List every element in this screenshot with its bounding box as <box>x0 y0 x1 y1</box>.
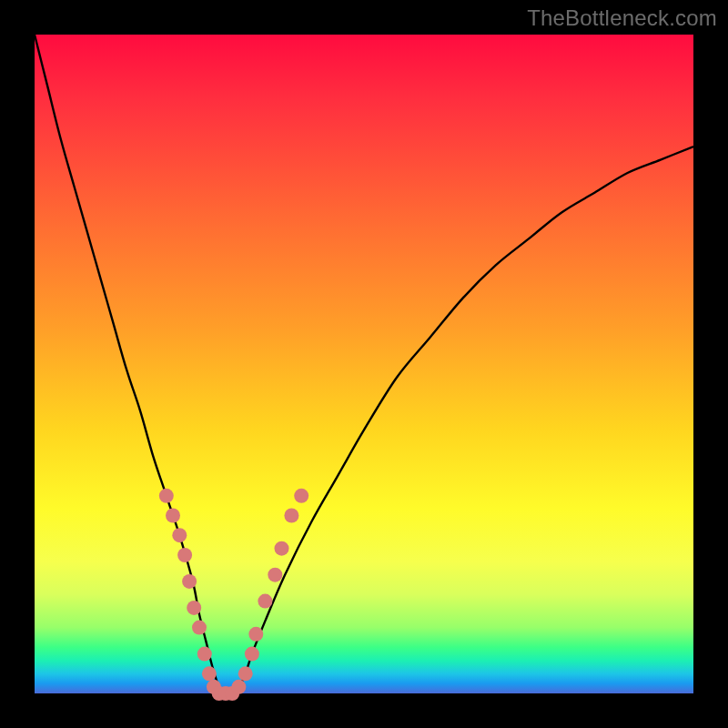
marker-dot <box>294 489 308 503</box>
marker-dot <box>192 621 207 635</box>
marker-dot <box>231 680 246 694</box>
marker-dot <box>187 601 201 615</box>
curve-layer <box>35 35 693 693</box>
marker-dot <box>197 647 212 662</box>
marker-dot <box>177 548 192 562</box>
marker-dot <box>248 627 263 642</box>
marker-dot <box>238 666 253 681</box>
marker-dot <box>166 509 180 523</box>
watermark-label: TheBottleneck.com <box>527 5 717 31</box>
curve-right <box>226 147 693 693</box>
marker-dot <box>159 489 174 503</box>
marker-dot <box>284 509 298 523</box>
marker-dot <box>182 574 197 589</box>
marker-dot <box>268 568 282 582</box>
curve-left <box>35 35 226 693</box>
plot-area <box>35 35 693 693</box>
marker-dot <box>245 647 259 662</box>
marker-dot <box>202 666 217 681</box>
marker-dot <box>275 541 289 556</box>
marker-dot <box>172 528 187 542</box>
marker-dot <box>258 594 272 609</box>
valley-markers <box>159 489 308 701</box>
chart-frame: TheBottleneck.com <box>0 0 728 728</box>
